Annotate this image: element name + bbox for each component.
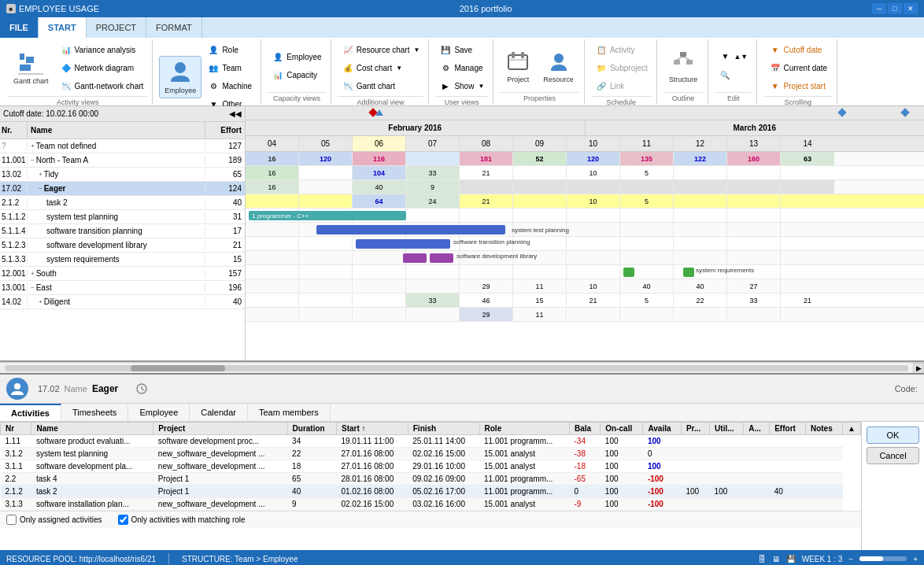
cell-nr: 5.1.1.2 [0,212,28,221]
td-project: Project 1 [153,473,287,486]
table-row[interactable]: 12.001 +South 157 [0,267,245,281]
gantt-cell [299,294,353,307]
gantt-cell [567,180,620,194]
maximize-btn[interactable]: □ [888,3,902,14]
table-row[interactable]: 5.1.2.3 software development library 21 [0,238,245,253]
table-row[interactable]: 14.02 +Diligent 40 [0,295,245,309]
save-view-btn[interactable]: 💾 Save [435,41,488,58]
td-pr [681,448,709,460]
capacity-employee-btn[interactable]: 👤 Employee [268,48,325,65]
table-row[interactable]: 5.1.1.4 software transition planning 17 [0,224,245,238]
detail-tab-employee[interactable]: Employee [128,404,190,421]
gantt-cell [567,237,620,250]
gantt-cell [246,223,299,236]
cutoff-date-btn[interactable]: ▼ Cutoff date [765,41,832,58]
td-availa: 100 [643,460,682,473]
tab-format[interactable]: FORMAT [146,17,202,38]
sort-btn[interactable]: 🔍 [715,67,752,84]
table-row[interactable]: 13.001 −East 196 [0,281,245,295]
activity-btn[interactable]: 📋 Activity [591,41,652,58]
gantt-network-btn[interactable]: 📉 Gantt-network chart [56,77,148,94]
current-date-btn[interactable]: 📅 Current date [765,59,832,76]
status-zoom-minus[interactable]: − [848,555,853,563]
show-btn[interactable]: ▶ Show ▼ [435,77,488,94]
cost-chart-dropdown[interactable]: ▼ [396,65,402,72]
gantt-cell: 10 [567,279,620,293]
table-row[interactable]: 5.1.3.3 system requirements 15 [0,253,245,267]
activity-row[interactable]: 3.1.3 software installation plan... new_… [1,498,861,511]
gantt-chart-btn[interactable]: Gantt chart [8,46,54,89]
zoom-slider-thumb[interactable] [859,556,883,561]
detail-tab-timesheets[interactable]: Timesheets [61,404,128,421]
machine-btn[interactable]: ⚙ Machine [203,77,256,94]
scrollbar-thumb[interactable] [131,365,225,371]
employee-large-btn[interactable]: Employee [159,56,201,98]
table-row[interactable]: 2.1.2 task 2 40 [0,196,245,210]
td-name: software installation plan... [31,498,153,511]
nav-arrows[interactable]: ◀◀ [229,109,242,118]
variance-analysis-btn[interactable]: 📊 Variance analysis [56,41,148,58]
resource-chart-dropdown[interactable]: ▼ [413,46,419,54]
cost-chart-btn[interactable]: 💰 Cost chart ▼ [338,59,424,76]
table-row[interactable]: 13.02 +Tidy 65 [0,168,245,182]
resource-btn[interactable]: Resource [538,45,579,87]
resource-chart-btn[interactable]: 📈 Resource chart ▼ [338,41,424,58]
cancel-button[interactable]: Cancel [867,447,919,464]
detail-tab-team-members[interactable]: Team members [248,404,331,421]
tab-start[interactable]: START [39,17,87,38]
detail-tab-activities[interactable]: Activities [0,404,61,421]
activity-row[interactable]: 3.1.2 system test planning new_software_… [1,448,861,460]
expand-icon[interactable]: + [31,270,35,277]
show-dropdown[interactable]: ▼ [478,83,484,90]
clock-group [135,382,148,395]
table-row[interactable]: 5.1.1.2 system test planning 31 [0,210,245,224]
additional-gantt-btn[interactable]: 📉 Gantt chart [338,77,424,94]
link-btn[interactable]: 🔗 Link [591,77,652,94]
activity-row[interactable]: 2.1.2 task 2 Project 1 40 01.02.16 08:00… [1,486,861,498]
table-row[interactable]: 11.001 −North - Team A 189 [0,153,245,168]
structure-icon [671,49,696,74]
activity-row[interactable]: 1.11 software product evaluati... softwa… [1,435,861,448]
expand-icon[interactable]: + [31,142,35,150]
detail-tab-calendar[interactable]: Calendar [190,404,248,421]
expand-icon[interactable]: − [31,157,35,164]
gantt-cell [674,166,727,179]
expand-icon[interactable]: + [39,171,43,178]
only-assigned-checkbox-label[interactable]: Only assigned activities [6,515,102,525]
scroll-right-btn[interactable]: ▶ [913,363,924,374]
project-btn[interactable]: Project [500,45,536,87]
structure-btn[interactable]: Structure [663,45,704,87]
expand-icon[interactable]: + [39,298,43,305]
filter-btn[interactable]: ▼ ▲▼ [715,48,752,65]
activity-row[interactable]: 3.1.1 software development pla... new_so… [1,460,861,473]
only-assigned-checkbox[interactable] [6,515,17,525]
th-role: Role [479,423,569,435]
gantt-cell: 33 [727,294,781,307]
close-btn[interactable]: ✕ [904,3,918,14]
expand-icon[interactable]: − [31,284,35,291]
tab-project[interactable]: PROJECT [87,17,146,38]
network-diagram-btn[interactable]: 🔷 Network diagram [56,59,148,76]
capacity-btn[interactable]: 📊 Capacity [268,66,325,83]
team-btn[interactable]: 👥 Team [203,59,256,76]
td-availa: -100 [643,498,682,511]
minimize-btn[interactable]: ─ [872,3,886,14]
ok-button[interactable]: OK [867,427,919,444]
subproject-btn[interactable]: 📁 Subproject [591,59,652,76]
role-btn[interactable]: 👤 Role [203,41,256,58]
activity-row[interactable]: 2.2 task 4 Project 1 65 28.01.16 08:00 0… [1,473,861,486]
expand-icon[interactable]: − [39,185,43,192]
tab-file[interactable]: FILE [0,17,39,38]
gantt-cell [246,251,299,264]
only-matching-checkbox[interactable] [118,515,128,525]
table-row[interactable]: 17.02 −Eager 124 [0,182,245,196]
project-start-btn[interactable]: ▼ Project start [765,77,832,94]
only-matching-checkbox-label[interactable]: Only activities with matching role [118,515,246,525]
manage-label: Manage [454,64,482,72]
h-scrollbar[interactable]: ▶ [0,362,924,373]
table-row[interactable]: ? +Team not defined 127 [0,139,245,153]
gantt-cell: 9 [406,180,460,194]
subproject-label: Subproject [610,64,648,72]
status-zoom-plus[interactable]: + [913,555,918,563]
manage-btn[interactable]: ⚙ Manage [435,59,488,76]
